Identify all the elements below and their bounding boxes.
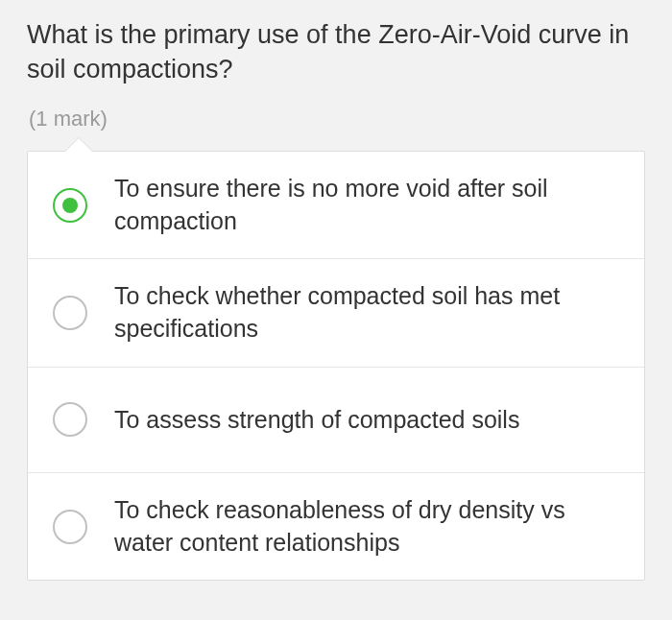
option-label: To check whether compacted soil has met … bbox=[114, 280, 625, 346]
option-3[interactable]: To check reasonableness of dry density v… bbox=[28, 473, 644, 581]
option-2[interactable]: To assess strength of compacted soils bbox=[28, 368, 644, 473]
radio-unselected-icon bbox=[53, 296, 87, 330]
option-label: To ensure there is no more void after so… bbox=[114, 173, 625, 238]
option-1[interactable]: To check whether compacted soil has met … bbox=[28, 259, 644, 368]
options-wrapper: To ensure there is no more void after so… bbox=[27, 151, 645, 582]
option-label: To assess strength of compacted soils bbox=[114, 404, 625, 437]
question-text: What is the primary use of the Zero-Air-… bbox=[27, 17, 645, 87]
radio-unselected-icon bbox=[53, 402, 87, 437]
question-marks: (1 mark) bbox=[27, 107, 645, 131]
options-list: To ensure there is no more void after so… bbox=[27, 151, 645, 582]
radio-selected-icon bbox=[53, 188, 87, 223]
option-0[interactable]: To ensure there is no more void after so… bbox=[28, 152, 644, 260]
option-label: To check reasonableness of dry density v… bbox=[114, 494, 625, 560]
bubble-pointer bbox=[65, 138, 92, 152]
radio-unselected-icon bbox=[53, 510, 87, 544]
quiz-container: What is the primary use of the Zero-Air-… bbox=[0, 0, 672, 581]
